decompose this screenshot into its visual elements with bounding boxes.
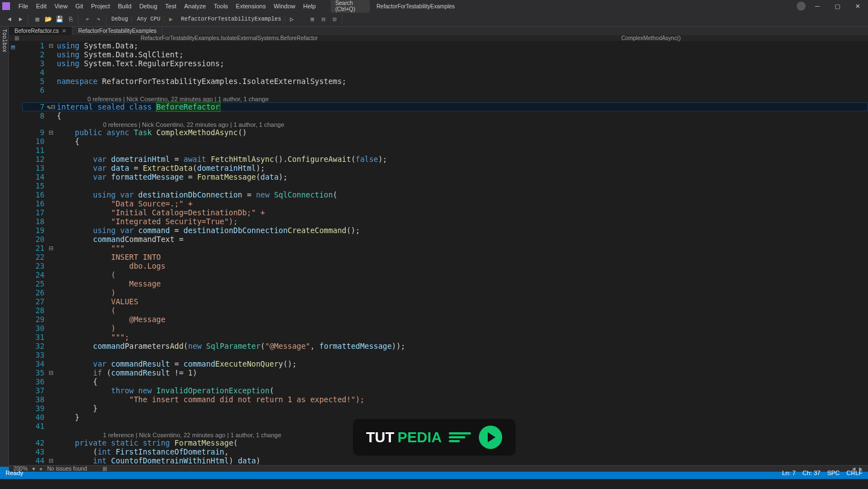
lineno: 32 [22,342,46,350]
lineno: 9 [22,128,46,137]
menu-test[interactable]: Test [161,3,180,9]
status-char[interactable]: Ch: 37 [802,470,820,476]
lineno: 37 [22,386,46,395]
menu-project[interactable]: Project [87,3,114,9]
lineno: 16 [22,199,46,208]
fold-icon[interactable]: ⊟ [46,41,57,50]
redo-icon[interactable]: ↷ [94,14,104,24]
start-icon[interactable]: ▶ [166,14,176,24]
saveall-icon[interactable]: ⎘ [66,14,76,24]
breadcrumb-icon: ⊞ [13,35,20,41]
new-icon[interactable]: ▧ [32,14,42,24]
error-list-icon[interactable]: ⊞ [102,466,107,472]
menu-edit[interactable]: Edit [32,3,51,9]
menu-help[interactable]: Help [300,3,320,9]
lineno: 31 [22,333,46,342]
lineno: 24 [22,270,46,279]
lineno: 19 [22,226,46,235]
lineno: 6 [22,86,46,95]
watermark-logo: TUT PEDIA [352,419,515,456]
status-line[interactable]: Ln: 7 [782,470,796,476]
lineno: 10 [22,137,46,146]
lineno: 38 [22,395,46,404]
start-target-dropdown[interactable]: RefactorForTestabilityExamples [178,16,285,22]
lineno: 12 [22,155,46,164]
status-indent[interactable]: SPC [827,470,840,476]
codelens[interactable]: 0 references | Nick Cosentino, 22 minute… [87,95,269,102]
lineno: 7 [22,102,46,111]
tb-icon-1[interactable]: ⊞ [307,14,317,24]
menu-build[interactable]: Build [114,3,135,9]
lineno: 22 [22,253,46,261]
fold-icon[interactable]: ⊟ [46,456,57,465]
minimap-icon[interactable]: ▤ [11,43,20,52]
minimize-button[interactable]: ─ [809,3,826,9]
lineno: 5 [22,77,46,86]
menu-git[interactable]: Git [71,3,87,9]
open-icon[interactable]: 📂 [43,14,53,24]
lineno: 18 [22,217,46,226]
start-nodbg-icon[interactable]: ▷ [287,14,297,24]
tab-beforerefactor[interactable]: BeforeRefactor.cs ✕ [9,27,72,35]
fold-icon[interactable]: ⊟ [46,244,57,253]
vs-logo [2,2,10,10]
lineno: 8 [22,111,46,120]
menu-tools[interactable]: Tools [210,3,232,9]
nav-back-icon[interactable]: ◄ [4,14,14,24]
menu-debug[interactable]: Debug [135,3,161,9]
code-editor[interactable]: 1⊟using System.Data; 2using System.Data.… [22,41,868,465]
save-icon[interactable]: 💾 [55,14,65,24]
lineno: 21 [22,244,46,253]
menubar: File Edit View Git Project Build Debug T… [0,0,868,12]
codelens[interactable]: 1 reference | Nick Cosentino, 22 minutes… [103,431,281,438]
lineno: 28 [22,306,46,315]
status-eol[interactable]: CRLF [846,470,862,476]
signin-icon[interactable] [797,2,806,11]
lineno: 42 [22,438,46,447]
status-ready: Ready [6,470,23,476]
tb-icon-2[interactable]: ⊟ [318,14,328,24]
lineno: 4 [22,68,46,77]
menu-window[interactable]: Window [269,3,299,9]
menu-view[interactable]: View [51,3,72,9]
search-input[interactable]: Search (Ctrl+Q) [331,0,370,13]
issues-status[interactable]: No issues found [47,466,87,472]
lineno: 30 [22,324,46,333]
platform-dropdown[interactable]: Any CPU [134,16,164,22]
undo-icon[interactable]: ↶ [82,14,92,24]
quickaction-icon[interactable]: ✎ [47,103,51,111]
solution-name: RefactorForTestabilityExamples [376,3,455,9]
breadcrumb-class[interactable]: RefactorForTestabilityExamples.IsolateEx… [20,35,439,41]
lineno: 44 [22,456,46,465]
breadcrumb-method[interactable]: ComplexMethodAsync() [439,35,864,41]
lineno: 27 [22,297,46,306]
lineno: 13 [22,164,46,172]
lineno: 35 [22,368,46,377]
close-button[interactable]: ✕ [849,3,866,10]
menu-analyze[interactable]: Analyze [180,3,210,9]
maximize-button[interactable]: ▢ [829,3,846,10]
menu-extensions[interactable]: Extensions [232,3,270,9]
editor-bottom-bar: 200% ▾ ● No issues found ⊞ ◄ ► [9,465,868,472]
lineno: 1 [22,41,46,50]
tab-label: BeforeRefactor.cs [14,28,58,34]
lineno: 23 [22,261,46,270]
fold-icon[interactable]: ⊟ [46,368,57,377]
lineno: 11 [22,146,46,155]
config-dropdown[interactable]: Debug [108,16,132,22]
vertical-tab-toolbox[interactable]: Toolbox [0,27,9,467]
tab-label: RefactorForTestabilityExamples [78,28,156,34]
lineno: 16 [22,190,46,199]
lineno: 39 [22,404,46,413]
tb-icon-3[interactable]: ⊡ [330,14,340,24]
fold-icon[interactable]: ⊟ [46,128,57,137]
lineno: 36 [22,377,46,386]
codelens[interactable]: 0 references | Nick Cosentino, 22 minute… [103,120,285,128]
breadcrumb-bar: ⊞ RefactorForTestabilityExamples.Isolate… [9,35,868,41]
menu-file[interactable]: File [14,3,32,9]
tab-solution[interactable]: RefactorForTestabilityExamples [72,27,163,35]
toolbar: ◄ ► ▧ 📂 💾 ⎘ ↶ ↷ Debug Any CPU ▶ Refactor… [0,12,868,27]
nav-forward-icon[interactable]: ► [16,14,26,24]
lineno: 40 [22,413,46,422]
close-icon[interactable]: ✕ [62,28,66,34]
